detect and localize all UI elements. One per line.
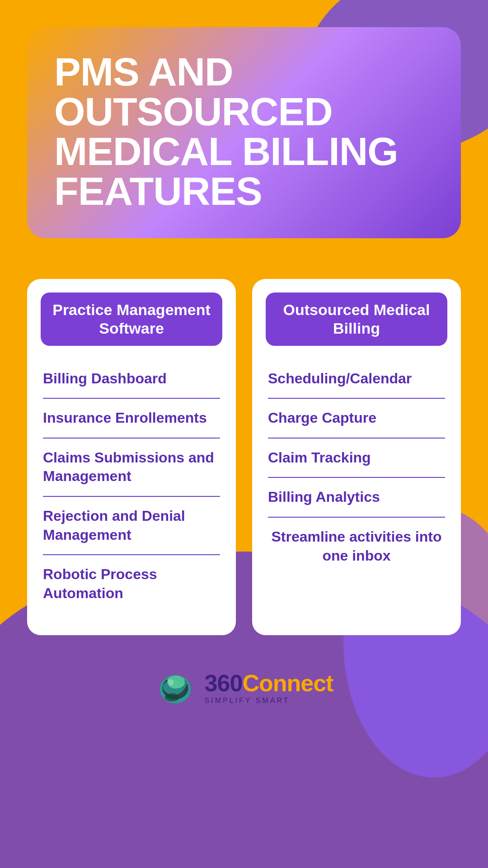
- omb-item-2: Charge Capture: [268, 399, 445, 439]
- omb-item-4: Billing Analytics: [268, 478, 445, 518]
- pms-card: Practice Management Software Billing Das…: [27, 279, 236, 635]
- omb-card-header: Outsourced Medical Billing: [266, 292, 447, 346]
- svg-point-3: [167, 679, 174, 685]
- pms-items-list: Billing Dashboard Insurance Enrollements…: [27, 346, 236, 613]
- features-section: Practice Management Software Billing Das…: [0, 256, 488, 653]
- omb-items-list: Scheduling/Calendar Charge Capture Claim…: [252, 346, 461, 576]
- pms-card-header: Practice Management Software: [41, 292, 222, 346]
- header-card: PMS AND OUTSOURCED MEDICAL BILLING FEATU…: [27, 27, 461, 238]
- pms-item-5: Robotic Process Automation: [43, 555, 220, 613]
- brand-logo-icon: [155, 667, 196, 708]
- omb-item-3: Claim Tracking: [268, 439, 445, 478]
- brand-name: 360Connect: [205, 670, 333, 697]
- omb-item-1: Scheduling/Calendar: [268, 359, 445, 399]
- footer-section: 360Connect SIMPLIFY SMART: [0, 653, 488, 730]
- pms-item-4: Rejection and Denial Management: [43, 497, 220, 555]
- brand-tagline: SIMPLIFY SMART: [205, 697, 290, 705]
- svg-point-2: [164, 693, 179, 702]
- omb-item-5: Streamline activities into one inbox: [268, 518, 445, 575]
- page-title: PMS AND OUTSOURCED MEDICAL BILLING FEATU…: [54, 52, 434, 211]
- pms-item-2: Insurance Enrollements: [43, 399, 220, 439]
- header-section: PMS AND OUTSOURCED MEDICAL BILLING FEATU…: [0, 0, 488, 256]
- pms-item-3: Claims Submissions and Management: [43, 439, 220, 497]
- brand-text-wrapper: 360Connect SIMPLIFY SMART: [205, 670, 333, 705]
- omb-card: Outsourced Medical Billing Scheduling/Ca…: [252, 279, 461, 635]
- pms-item-1: Billing Dashboard: [43, 359, 220, 399]
